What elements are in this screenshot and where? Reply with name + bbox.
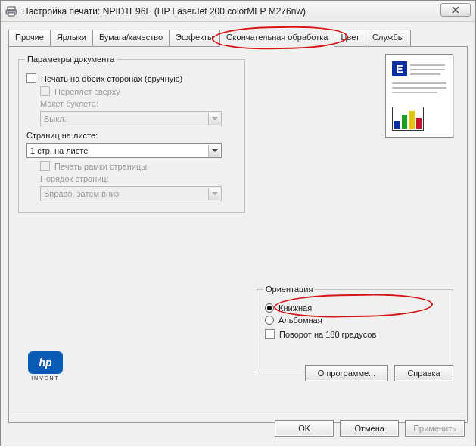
preview-chart-icon — [392, 107, 424, 131]
tab-label: Прочие — [15, 33, 44, 42]
page-preview: E — [385, 54, 453, 138]
label-booklet: Макет буклета: — [40, 99, 98, 108]
apply-button[interactable]: Применить — [405, 420, 465, 437]
chevron-down-icon — [208, 188, 220, 200]
checkbox-rotate-180[interactable] — [265, 329, 275, 339]
checkbox-duplex[interactable] — [26, 73, 36, 83]
button-label: Справка — [407, 369, 440, 378]
tab-effects[interactable]: Эффекты — [169, 30, 220, 46]
preview-letter: E — [392, 61, 407, 76]
radio-landscape[interactable] — [265, 316, 274, 325]
label-print-borders: Печать рамки страницы — [54, 162, 147, 171]
label-portrait: Книжная — [278, 303, 312, 313]
svg-rect-0 — [8, 7, 15, 10]
label-rotate-180: Поворот на 180 градусов — [279, 330, 376, 339]
tab-shortcuts[interactable]: Ярлыки — [50, 30, 93, 46]
button-label: О программе... — [318, 369, 375, 378]
select-booklet: Выкл. — [40, 111, 222, 126]
divider — [11, 412, 465, 412]
radio-portrait[interactable] — [265, 303, 274, 313]
preview-line — [392, 82, 446, 84]
tab-label: Службы — [372, 33, 404, 42]
tab-other[interactable]: Прочие — [8, 30, 51, 46]
tab-label: Эффекты — [176, 33, 213, 42]
preview-line — [410, 64, 445, 66]
select-value: 1 стр. на листе — [30, 146, 88, 155]
tab-label: Цвет — [341, 33, 359, 42]
titlebar: Настройка печати: NPID1E96E (HP LaserJet… — [1, 1, 475, 22]
group-orientation: Ориентация Книжная Альбомная Поворот на … — [257, 289, 453, 372]
select-value: Выкл. — [44, 114, 67, 123]
label-duplex: Печать на обеих сторонах (вручную) — [41, 74, 182, 83]
label-landscape: Альбомная — [278, 316, 322, 325]
help-button[interactable]: Справка — [394, 365, 453, 381]
preview-line — [392, 92, 437, 93]
cancel-button[interactable]: Отмена — [340, 420, 399, 437]
select-value: Вправо, затем вниз — [44, 189, 119, 198]
tabpage-finishing: E Параметры документа П — [8, 46, 468, 423]
chevron-down-icon — [208, 113, 220, 125]
ok-button[interactable]: OK — [275, 420, 334, 437]
select-page-order: Вправо, затем вниз — [40, 186, 222, 201]
group-document-params: Параметры документа Печать на обеих стор… — [18, 59, 245, 213]
tabstrip: Прочие Ярлыки Бумага/качество Эффекты Ок… — [8, 30, 468, 46]
select-pages-per-sheet[interactable]: 1 стр. на листе — [26, 143, 222, 158]
hp-invent-text: INVENT — [23, 375, 68, 381]
preview-line — [410, 69, 445, 70]
label-pages-per-sheet: Страниц на листе: — [26, 131, 98, 140]
tab-color[interactable]: Цвет — [334, 30, 366, 46]
tab-label: Ярлыки — [57, 33, 86, 42]
label-page-order: Порядок страниц: — [40, 174, 109, 183]
tab-label: Окончательная обработка — [226, 33, 328, 42]
hp-badge-icon: hp — [28, 351, 63, 374]
checkbox-print-borders — [40, 161, 50, 171]
hp-logo: hp INVENT — [23, 351, 68, 381]
preview-line — [392, 87, 446, 89]
tab-services[interactable]: Службы — [366, 30, 411, 46]
about-button[interactable]: О программе... — [305, 365, 388, 381]
button-label: OK — [298, 424, 310, 433]
tab-finishing[interactable]: Окончательная обработка — [219, 30, 334, 47]
printer-icon — [5, 5, 17, 17]
svg-rect-2 — [8, 13, 14, 16]
checkbox-flip-up — [40, 86, 50, 96]
close-icon — [451, 6, 460, 14]
preview-line — [410, 73, 440, 75]
tab-label: Бумага/качество — [99, 33, 163, 42]
group-legend: Параметры документа — [25, 54, 117, 64]
tab-paper-quality[interactable]: Бумага/качество — [92, 30, 170, 46]
window-title: Настройка печати: NPID1E96E (HP LaserJet… — [22, 6, 471, 17]
close-button[interactable] — [440, 3, 471, 17]
button-label: Отмена — [354, 424, 384, 433]
group-legend: Ориентация — [263, 285, 315, 294]
label-flip-up: Переплет сверху — [54, 87, 120, 96]
button-label: Применить — [413, 424, 456, 433]
chevron-down-icon — [208, 145, 220, 157]
